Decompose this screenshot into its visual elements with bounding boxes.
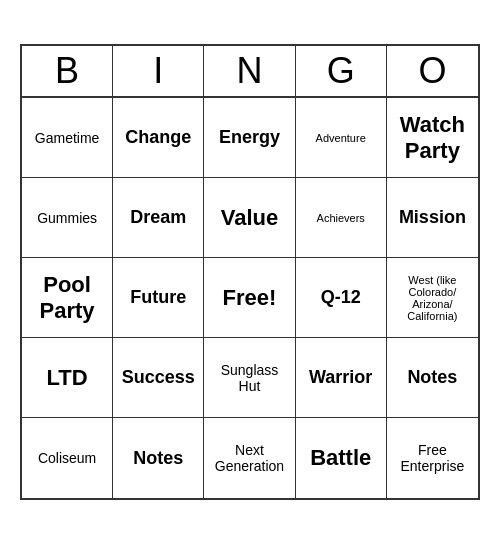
bingo-cell-r4-c0: Coliseum xyxy=(22,418,113,498)
bingo-cell-r3-c2: Sunglass Hut xyxy=(204,338,295,418)
bingo-cell-r2-c3: Q-12 xyxy=(296,258,387,338)
bingo-cell-r1-c3: Achievers xyxy=(296,178,387,258)
bingo-cell-r2-c1: Future xyxy=(113,258,204,338)
bingo-grid: GametimeChangeEnergyAdventureWatch Party… xyxy=(22,98,478,498)
bingo-cell-r4-c2: Next Generation xyxy=(204,418,295,498)
bingo-cell-r0-c0: Gametime xyxy=(22,98,113,178)
bingo-cell-r0-c3: Adventure xyxy=(296,98,387,178)
bingo-cell-r0-c2: Energy xyxy=(204,98,295,178)
bingo-cell-r4-c3: Battle xyxy=(296,418,387,498)
bingo-header: BINGO xyxy=(22,46,478,98)
bingo-letter-o: O xyxy=(387,46,478,96)
bingo-letter-n: N xyxy=(204,46,295,96)
bingo-cell-r3-c1: Success xyxy=(113,338,204,418)
bingo-cell-r2-c0: Pool Party xyxy=(22,258,113,338)
bingo-cell-r0-c4: Watch Party xyxy=(387,98,478,178)
bingo-cell-r2-c4: West (like Colorado/ Arizona/ California… xyxy=(387,258,478,338)
bingo-cell-r1-c4: Mission xyxy=(387,178,478,258)
bingo-cell-r3-c3: Warrior xyxy=(296,338,387,418)
bingo-letter-g: G xyxy=(296,46,387,96)
bingo-cell-r3-c0: LTD xyxy=(22,338,113,418)
bingo-cell-r0-c1: Change xyxy=(113,98,204,178)
bingo-cell-r1-c0: Gummies xyxy=(22,178,113,258)
bingo-cell-r1-c1: Dream xyxy=(113,178,204,258)
bingo-cell-r2-c2: Free! xyxy=(204,258,295,338)
bingo-letter-i: I xyxy=(113,46,204,96)
bingo-card: BINGO GametimeChangeEnergyAdventureWatch… xyxy=(20,44,480,500)
bingo-cell-r4-c4: Free Enterprise xyxy=(387,418,478,498)
bingo-letter-b: B xyxy=(22,46,113,96)
bingo-cell-r3-c4: Notes xyxy=(387,338,478,418)
bingo-cell-r1-c2: Value xyxy=(204,178,295,258)
bingo-cell-r4-c1: Notes xyxy=(113,418,204,498)
